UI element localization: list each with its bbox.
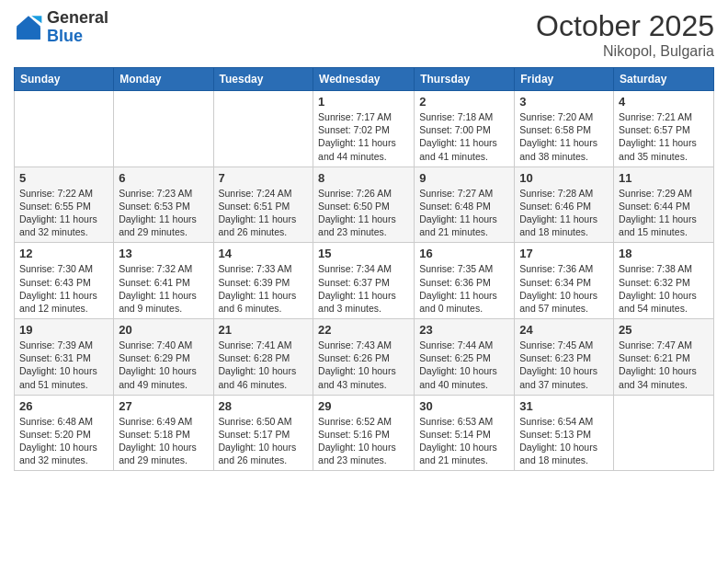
day-info: Sunrise: 7:43 AMSunset: 6:26 PMDaylight:… [318,339,409,391]
calendar-cell: 9Sunrise: 7:27 AMSunset: 6:48 PMDaylight… [415,167,515,243]
day-info: Sunrise: 7:34 AMSunset: 6:37 PMDaylight:… [318,262,409,315]
day-info: Sunrise: 7:41 AMSunset: 6:28 PMDaylight:… [219,339,309,391]
day-info: Sunrise: 7:39 AMSunset: 6:31 PMDaylight:… [19,339,108,391]
calendar-cell: 27Sunrise: 6:49 AMSunset: 5:18 PMDayligh… [114,395,213,471]
calendar-cell: 14Sunrise: 7:33 AMSunset: 6:39 PMDayligh… [213,243,313,319]
calendar-cell: 23Sunrise: 7:44 AMSunset: 6:25 PMDayligh… [415,319,515,396]
calendar-cell: 26Sunrise: 6:48 AMSunset: 5:20 PMDayligh… [15,395,114,471]
col-friday: Friday [515,68,614,91]
title-block: October 2025 Nikopol, Bulgaria [536,9,714,60]
calendar-cell: 12Sunrise: 7:30 AMSunset: 6:43 PMDayligh… [15,243,114,319]
day-info: Sunrise: 7:45 AMSunset: 6:23 PMDaylight:… [519,339,609,391]
day-number: 6 [119,171,208,185]
day-info: Sunrise: 7:47 AMSunset: 6:21 PMDaylight:… [619,339,709,391]
day-number: 12 [19,247,108,260]
calendar-body: 1Sunrise: 7:17 AMSunset: 7:02 PMDaylight… [15,91,714,471]
day-number: 20 [119,323,208,337]
day-info: Sunrise: 6:52 AMSunset: 5:16 PMDaylight:… [318,415,409,467]
logo: General Blue [14,9,108,46]
day-info: Sunrise: 6:53 AMSunset: 5:14 PMDaylight:… [419,415,509,467]
day-number: 30 [419,399,509,413]
svg-rect-2 [17,28,40,40]
calendar-cell: 8Sunrise: 7:26 AMSunset: 6:50 PMDaylight… [313,167,415,243]
day-info: Sunrise: 7:29 AMSunset: 6:44 PMDaylight:… [619,187,709,239]
day-number: 18 [619,247,709,260]
calendar-cell: 21Sunrise: 7:41 AMSunset: 6:28 PMDayligh… [213,319,313,396]
calendar-cell: 19Sunrise: 7:39 AMSunset: 6:31 PMDayligh… [15,319,114,396]
day-number: 7 [219,171,309,185]
calendar-cell: 30Sunrise: 6:53 AMSunset: 5:14 PMDayligh… [415,395,515,471]
day-info: Sunrise: 7:36 AMSunset: 6:34 PMDaylight:… [519,262,609,315]
calendar-table: Sunday Monday Tuesday Wednesday Thursday… [14,67,714,471]
logo-icon [14,13,43,42]
col-tuesday: Tuesday [213,68,313,91]
day-info: Sunrise: 7:40 AMSunset: 6:29 PMDaylight:… [119,339,208,391]
calendar-cell: 2Sunrise: 7:18 AMSunset: 7:00 PMDaylight… [415,91,515,167]
day-number: 22 [318,323,409,337]
calendar-cell: 4Sunrise: 7:21 AMSunset: 6:57 PMDaylight… [614,91,714,167]
day-number: 24 [519,323,609,337]
calendar-cell: 16Sunrise: 7:35 AMSunset: 6:36 PMDayligh… [415,243,515,319]
day-number: 10 [519,171,609,185]
calendar-cell: 24Sunrise: 7:45 AMSunset: 6:23 PMDayligh… [515,319,614,396]
day-info: Sunrise: 7:26 AMSunset: 6:50 PMDaylight:… [318,187,409,239]
calendar-cell: 15Sunrise: 7:34 AMSunset: 6:37 PMDayligh… [313,243,415,319]
page: General Blue October 2025 Nikopol, Bulga… [0,0,728,563]
day-number: 5 [19,171,108,185]
day-info: Sunrise: 7:44 AMSunset: 6:25 PMDaylight:… [419,339,509,391]
calendar-week-4: 19Sunrise: 7:39 AMSunset: 6:31 PMDayligh… [15,319,714,396]
calendar-cell: 3Sunrise: 7:20 AMSunset: 6:58 PMDaylight… [515,91,614,167]
day-number: 2 [419,95,509,109]
calendar-cell: 25Sunrise: 7:47 AMSunset: 6:21 PMDayligh… [614,319,714,396]
calendar-cell [213,91,313,167]
col-saturday: Saturday [614,68,714,91]
header-row: Sunday Monday Tuesday Wednesday Thursday… [15,68,714,91]
calendar-cell [614,395,714,471]
day-info: Sunrise: 6:48 AMSunset: 5:20 PMDaylight:… [19,415,108,467]
calendar-cell: 7Sunrise: 7:24 AMSunset: 6:51 PMDaylight… [213,167,313,243]
calendar-cell: 5Sunrise: 7:22 AMSunset: 6:55 PMDaylight… [15,167,114,243]
day-number: 26 [19,399,108,413]
day-info: Sunrise: 7:23 AMSunset: 6:53 PMDaylight:… [119,187,208,239]
calendar-cell: 11Sunrise: 7:29 AMSunset: 6:44 PMDayligh… [614,167,714,243]
calendar-week-1: 1Sunrise: 7:17 AMSunset: 7:02 PMDaylight… [15,91,714,167]
col-thursday: Thursday [415,68,515,91]
day-info: Sunrise: 7:28 AMSunset: 6:46 PMDaylight:… [519,187,609,239]
calendar-cell: 18Sunrise: 7:38 AMSunset: 6:32 PMDayligh… [614,243,714,319]
calendar-cell: 20Sunrise: 7:40 AMSunset: 6:29 PMDayligh… [114,319,213,396]
calendar-cell: 13Sunrise: 7:32 AMSunset: 6:41 PMDayligh… [114,243,213,319]
day-number: 25 [619,323,709,337]
day-number: 13 [119,247,208,260]
col-wednesday: Wednesday [313,68,415,91]
calendar-cell: 17Sunrise: 7:36 AMSunset: 6:34 PMDayligh… [515,243,614,319]
day-info: Sunrise: 6:54 AMSunset: 5:13 PMDaylight:… [519,415,609,467]
calendar-cell: 22Sunrise: 7:43 AMSunset: 6:26 PMDayligh… [313,319,415,396]
day-number: 27 [119,399,208,413]
calendar-cell: 6Sunrise: 7:23 AMSunset: 6:53 PMDaylight… [114,167,213,243]
calendar-cell: 10Sunrise: 7:28 AMSunset: 6:46 PMDayligh… [515,167,614,243]
calendar-week-3: 12Sunrise: 7:30 AMSunset: 6:43 PMDayligh… [15,243,714,319]
day-number: 4 [619,95,709,109]
calendar-cell: 28Sunrise: 6:50 AMSunset: 5:17 PMDayligh… [213,395,313,471]
day-number: 31 [519,399,609,413]
day-info: Sunrise: 7:21 AMSunset: 6:57 PMDaylight:… [619,110,709,163]
col-sunday: Sunday [15,68,114,91]
logo-general: General [47,9,108,28]
day-number: 21 [219,323,309,337]
day-info: Sunrise: 7:20 AMSunset: 6:58 PMDaylight:… [519,110,609,163]
header: General Blue October 2025 Nikopol, Bulga… [14,9,714,60]
day-number: 15 [318,247,409,260]
day-info: Sunrise: 7:33 AMSunset: 6:39 PMDaylight:… [219,262,309,315]
day-info: Sunrise: 7:30 AMSunset: 6:43 PMDaylight:… [19,262,108,315]
day-info: Sunrise: 7:22 AMSunset: 6:55 PMDaylight:… [19,187,108,239]
day-info: Sunrise: 7:18 AMSunset: 7:00 PMDaylight:… [419,110,509,163]
day-info: Sunrise: 7:32 AMSunset: 6:41 PMDaylight:… [119,262,208,315]
day-number: 17 [519,247,609,260]
day-number: 3 [519,95,609,109]
day-info: Sunrise: 7:24 AMSunset: 6:51 PMDaylight:… [219,187,309,239]
month-title: October 2025 [536,9,714,43]
day-info: Sunrise: 7:38 AMSunset: 6:32 PMDaylight:… [619,262,709,315]
day-number: 14 [219,247,309,260]
logo-text: General Blue [47,9,108,46]
calendar-cell: 31Sunrise: 6:54 AMSunset: 5:13 PMDayligh… [515,395,614,471]
